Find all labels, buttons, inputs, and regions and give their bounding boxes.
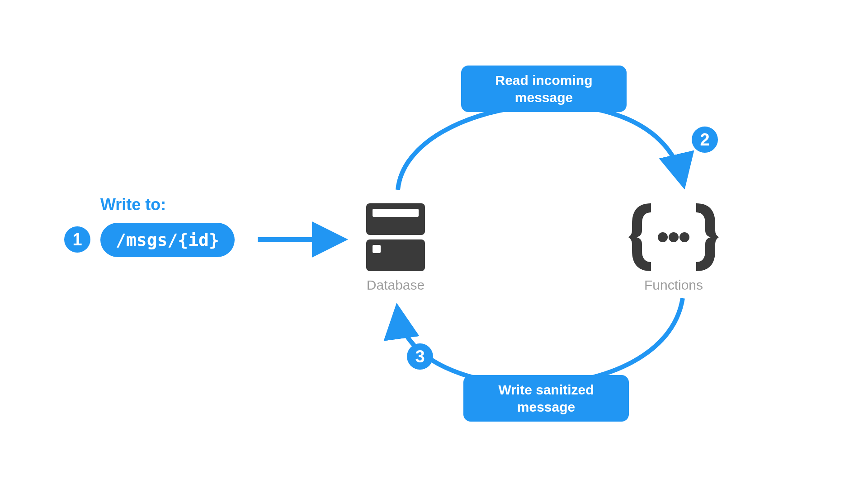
svg-rect-4 bbox=[373, 245, 381, 253]
path-text: /msgs/{id} bbox=[116, 230, 219, 250]
write-sanitized-box: Write sanitized message bbox=[463, 375, 629, 422]
read-line2: message bbox=[474, 89, 614, 106]
path-pill: /msgs/{id} bbox=[100, 223, 235, 257]
arrow-write-to-db bbox=[258, 230, 353, 249]
svg-point-7 bbox=[679, 232, 689, 242]
diagram-stage: 1 Write to: /msgs/{id} Database bbox=[0, 0, 868, 488]
read-line1: Read incoming bbox=[474, 72, 614, 89]
step-badge-1: 1 bbox=[64, 226, 90, 253]
write-line2: message bbox=[476, 399, 616, 416]
step-badge-2: 2 bbox=[692, 127, 718, 153]
write-to-label: Write to: bbox=[100, 195, 166, 214]
step-badge-3-number: 3 bbox=[415, 347, 425, 366]
step-badge-2-number: 2 bbox=[700, 130, 709, 150]
svg-point-5 bbox=[658, 232, 668, 242]
step-badge-1-number: 1 bbox=[72, 230, 82, 249]
write-line1: Write sanitized bbox=[476, 381, 616, 399]
svg-rect-2 bbox=[366, 239, 425, 271]
read-incoming-box: Read incoming message bbox=[461, 66, 627, 112]
svg-point-6 bbox=[669, 232, 679, 242]
step-badge-3: 3 bbox=[407, 343, 433, 370]
